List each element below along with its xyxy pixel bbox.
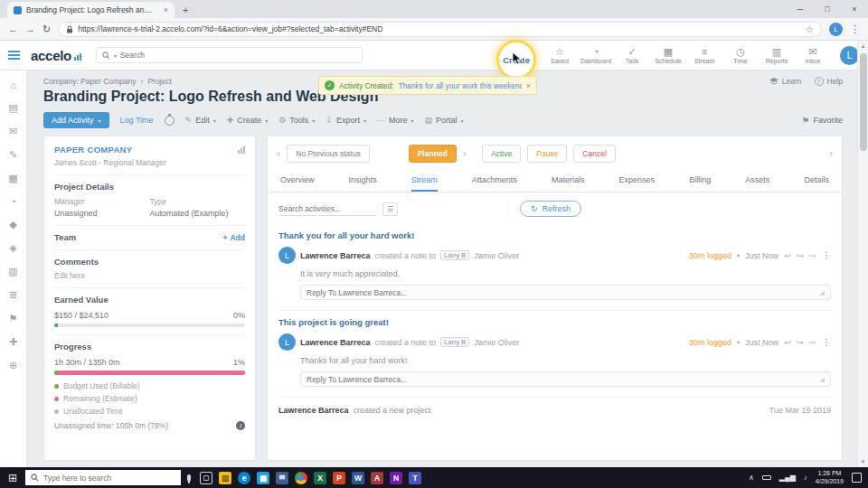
reload-icon[interactable]: ↻ bbox=[42, 24, 51, 34]
forward-icon[interactable]: ⇨ bbox=[809, 337, 816, 347]
rail-materials-icon[interactable]: ◈ bbox=[9, 242, 16, 254]
recipient-name[interactable]: Jamie Oliver bbox=[474, 338, 519, 347]
tab-attachments[interactable]: Attachments bbox=[472, 169, 517, 192]
note-title[interactable]: This project is going great! bbox=[278, 317, 831, 327]
rail-reports-icon[interactable]: ▥ bbox=[8, 266, 17, 277]
rail-list-icon[interactable]: ≣ bbox=[9, 289, 17, 301]
resize-handle-icon[interactable]: ◢ bbox=[820, 289, 825, 296]
edge-icon[interactable]: e bbox=[238, 472, 250, 484]
store-icon[interactable]: ▦ bbox=[257, 472, 269, 484]
network-icon[interactable]: ▂▄▆ bbox=[779, 474, 796, 482]
learn-link[interactable]: Learn bbox=[769, 77, 802, 86]
status-active-button[interactable]: Active bbox=[482, 145, 521, 163]
browser-avatar[interactable]: L bbox=[829, 23, 843, 36]
tools-menu[interactable]: ⚙Tools▾ bbox=[278, 116, 315, 125]
tab-close-icon[interactable]: × bbox=[164, 5, 168, 14]
reply-all-icon[interactable]: ↪ bbox=[797, 337, 804, 347]
url-input[interactable] bbox=[78, 24, 801, 33]
recipient-name[interactable]: Jamie Oliver bbox=[474, 251, 519, 260]
access-icon[interactable]: A bbox=[371, 472, 383, 484]
nav-item-task[interactable]: ✓Task bbox=[614, 47, 650, 64]
rail-settings-icon[interactable]: ⊕ bbox=[9, 360, 17, 371]
tab-overview[interactable]: Overview bbox=[280, 169, 315, 192]
nav-item-inbox[interactable]: ✉Inbox bbox=[795, 47, 831, 64]
rail-assets-icon[interactable]: ◆ bbox=[9, 219, 16, 230]
avatar[interactable]: L bbox=[278, 247, 296, 264]
tab-stream[interactable]: Stream bbox=[411, 169, 438, 192]
comments-value[interactable]: Edit here bbox=[54, 271, 245, 280]
nav-item-time[interactable]: ◷Time bbox=[722, 47, 759, 64]
start-button[interactable]: ⊞ bbox=[0, 472, 25, 484]
tab-insights[interactable]: Insights bbox=[349, 169, 377, 192]
portal-menu[interactable]: ▤Portal▾ bbox=[424, 116, 463, 125]
status-pause-button[interactable]: Pause bbox=[527, 145, 567, 163]
nav-item-dashboard[interactable]: ◔Dashboard bbox=[578, 47, 614, 64]
taskbar-search-input[interactable] bbox=[43, 474, 175, 483]
volume-icon[interactable]: ♪ bbox=[804, 474, 807, 482]
word-icon[interactable]: W bbox=[352, 472, 364, 484]
team-add-button[interactable]: +Add bbox=[223, 233, 246, 242]
page-scrollbar[interactable]: ▲ ▼ bbox=[857, 41, 868, 467]
status-planned-badge[interactable]: Planned bbox=[409, 145, 457, 163]
rail-edit-icon[interactable]: ✎ bbox=[9, 149, 17, 161]
microphone-icon[interactable] bbox=[187, 474, 191, 482]
address-bar[interactable]: ☆ bbox=[58, 22, 822, 37]
more-options-icon[interactable]: ⋮ bbox=[822, 337, 831, 347]
chrome-icon[interactable] bbox=[295, 472, 307, 484]
reply-input[interactable] bbox=[307, 288, 820, 297]
rail-add-icon[interactable]: ✚ bbox=[9, 336, 17, 348]
tab-billing[interactable]: Billing bbox=[689, 169, 711, 192]
info-icon[interactable]: i bbox=[236, 421, 245, 430]
minimize-button[interactable]: ─ bbox=[787, 0, 814, 17]
log-time-button[interactable]: Log Time bbox=[120, 116, 154, 125]
reply-box[interactable]: ◢ bbox=[300, 371, 831, 387]
breadcrumb-company[interactable]: Company: Paper Company bbox=[43, 77, 137, 86]
teams-icon[interactable]: T bbox=[409, 472, 421, 484]
refresh-button[interactable]: ↻Refresh bbox=[520, 201, 581, 217]
user-avatar[interactable]: L bbox=[840, 46, 859, 65]
avatar[interactable]: L bbox=[278, 333, 296, 351]
rail-flag-icon[interactable]: ⚑ bbox=[9, 313, 18, 324]
status-cancel-button[interactable]: Cancel bbox=[573, 145, 615, 163]
nav-item-reports[interactable]: ▥Reports bbox=[759, 47, 795, 64]
task-view-icon[interactable]: ▢ bbox=[200, 472, 212, 484]
action-center-icon[interactable] bbox=[852, 473, 862, 483]
edit-menu[interactable]: ✎Edit▾ bbox=[185, 116, 216, 125]
reply-icon[interactable]: ↩ bbox=[784, 337, 791, 347]
timer-icon[interactable] bbox=[165, 116, 175, 126]
more-menu[interactable]: ⋯More▾ bbox=[377, 116, 414, 125]
maximize-button[interactable]: □ bbox=[814, 0, 841, 17]
global-search[interactable]: ▾ bbox=[96, 47, 363, 63]
note-title[interactable]: Thank you for all your hard work! bbox=[278, 230, 831, 240]
tab-materials[interactable]: Materials bbox=[552, 169, 585, 192]
bookmark-star-icon[interactable]: ☆ bbox=[806, 24, 814, 34]
reply-icon[interactable]: ↩ bbox=[784, 250, 791, 260]
toast-close-icon[interactable]: × bbox=[526, 81, 531, 90]
taskbar-clock[interactable]: 1:28 PM 4/29/2019 bbox=[816, 470, 844, 486]
breadcrumb-project[interactable]: Project bbox=[147, 77, 171, 86]
global-search-input[interactable] bbox=[120, 51, 356, 60]
browser-menu-icon[interactable]: ⋮ bbox=[850, 24, 860, 34]
more-options-icon[interactable]: ⋮ bbox=[822, 250, 831, 260]
powerpoint-icon[interactable]: P bbox=[333, 472, 345, 484]
rail-mail-icon[interactable]: ✉ bbox=[9, 126, 17, 137]
hamburger-menu-icon[interactable] bbox=[0, 41, 27, 70]
rail-time-icon[interactable]: ◔ bbox=[10, 196, 16, 207]
activity-chart-icon[interactable] bbox=[238, 146, 245, 154]
tab-expenses[interactable]: Expenses bbox=[619, 169, 656, 192]
scroll-down-icon[interactable]: ▼ bbox=[858, 459, 868, 465]
rail-home-icon[interactable]: ⌂ bbox=[10, 80, 16, 90]
export-menu[interactable]: ⇩Export▾ bbox=[326, 116, 366, 125]
mail-icon[interactable]: ✉ bbox=[276, 472, 288, 484]
recipient-tag[interactable]: Larry B bbox=[440, 250, 469, 260]
reply-all-icon[interactable]: ↪ bbox=[797, 250, 804, 260]
recipient-tag[interactable]: Larry B bbox=[440, 337, 469, 347]
reply-input[interactable] bbox=[307, 375, 820, 384]
rail-projects-icon[interactable]: ▦ bbox=[8, 173, 17, 184]
scroll-up-icon[interactable]: ▲ bbox=[858, 43, 868, 49]
chevron-right-icon[interactable]: › bbox=[829, 149, 833, 158]
forward-icon[interactable]: → bbox=[25, 24, 35, 34]
activities-search-input[interactable] bbox=[278, 202, 376, 216]
filter-icon[interactable]: ☰ bbox=[382, 202, 398, 216]
add-activity-button[interactable]: Add Activity ▾ bbox=[43, 112, 109, 128]
